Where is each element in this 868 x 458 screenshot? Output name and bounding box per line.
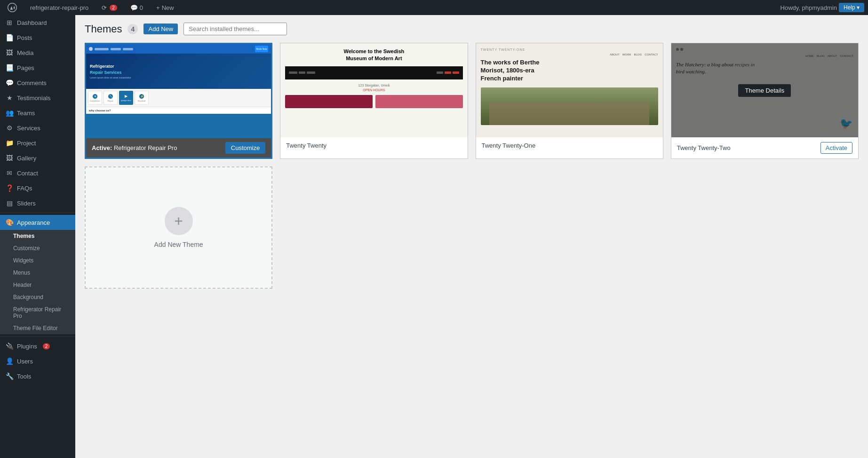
sidebar-item-comments[interactable]: 💬 Comments [0, 75, 75, 90]
tools-icon: 🔧 [6, 372, 13, 380]
sidebar-item-sliders[interactable]: ▤ Sliders [0, 196, 75, 211]
sidebar-item-testimonials[interactable]: ★ Testimonials [0, 90, 75, 105]
theme-card-twenty-twenty-two[interactable]: HOME BLOG ABOUT CONTACT The Hatchery: a … [671, 43, 859, 159]
theme-active-bar-rfp: Active: Refrigerator Repair Pro Customiz… [86, 138, 271, 158]
menu-separator-2 [0, 336, 75, 337]
gallery-icon: 🖼 [6, 154, 13, 162]
sidebar-item-media[interactable]: 🖼 Media [0, 45, 75, 60]
adminbar-wp-logo[interactable] [4, 0, 21, 15]
comments-icon: 💬 [6, 79, 13, 87]
adminbar-updates[interactable]: ⟳2 [98, 0, 121, 15]
sidebar-item-faqs[interactable]: ❓ FAQs [0, 181, 75, 196]
add-theme-icon: + [165, 207, 193, 235]
submenu-header[interactable]: Header [0, 279, 75, 291]
page-header: Themes 4 Add New [85, 23, 859, 35]
theme-card-twenty-twenty-one[interactable]: TWENTY TWENTY-ONE ABOUT WORK BLOG CONTAC… [476, 43, 663, 159]
theme-screenshot-rfp: Book Now RefrigeratorRepair Services Lor… [86, 44, 271, 138]
theme-hover-overlay: Theme Details [671, 43, 858, 137]
sidebar-item-appearance[interactable]: 🎨 Appearance [0, 215, 75, 230]
sidebar-item-pages[interactable]: 📃 Pages [0, 60, 75, 75]
themes-grid: Book Now RefrigeratorRepair Services Lor… [85, 43, 859, 289]
activate-button-twenty-twenty-two[interactable]: Activate [820, 142, 852, 154]
services-icon: ⚙ [6, 124, 13, 132]
sliders-icon: ▤ [6, 199, 13, 207]
sidebar-item-contact[interactable]: ✉ Contact [0, 166, 75, 181]
theme-info-twenty-twenty-one: Twenty Twenty-One [476, 137, 663, 154]
submenu-background[interactable]: Background [0, 291, 75, 303]
sidebar-item-tools[interactable]: 🔧 Tools [0, 369, 75, 384]
theme-info-twenty-twenty: Twenty Twenty [280, 137, 467, 154]
adminbar-howdy: Howdy, phpmyadmin [780, 4, 837, 11]
theme-name-twenty-twenty-two: Twenty Twenty-Two [677, 144, 731, 151]
themes-count-badge: 4 [127, 24, 138, 34]
main-content: Themes 4 Add New Book Now [75, 15, 868, 458]
sidebar-item-teams[interactable]: 👥 Teams [0, 105, 75, 120]
project-icon: 📁 [6, 139, 13, 147]
add-new-theme-card[interactable]: + Add New Theme [85, 166, 272, 289]
theme-screenshot-twenty-twenty-one: TWENTY TWENTY-ONE ABOUT WORK BLOG CONTAC… [476, 43, 663, 137]
submenu-rfp[interactable]: Refrigerator Repair Pro [0, 303, 75, 322]
customize-button[interactable]: Customize [225, 142, 265, 154]
adminbar-new[interactable]: + New [152, 0, 178, 15]
pages-icon: 📃 [6, 64, 13, 71]
theme-name-twenty-twenty-one: Twenty Twenty-One [482, 142, 536, 149]
sidebar-item-dashboard[interactable]: ⊞ Dashboard [0, 15, 75, 30]
submenu-widgets[interactable]: Widgets [0, 254, 75, 267]
contact-icon: ✉ [6, 169, 13, 177]
theme-card-rfp[interactable]: Book Now RefrigeratorRepair Services Lor… [85, 43, 272, 159]
teams-icon: 👥 [6, 109, 13, 117]
sidebar-item-project[interactable]: 📁 Project [0, 135, 75, 150]
submenu-menus[interactable]: Menus [0, 267, 75, 279]
page-title: Themes [85, 23, 122, 35]
add-new-button[interactable]: Add New [143, 24, 178, 34]
dashboard-icon: ⊞ [6, 19, 13, 26]
adminbar-comments[interactable]: 💬0 [127, 0, 147, 15]
appearance-icon: 🎨 [6, 219, 13, 226]
sidebar-item-gallery[interactable]: 🖼 Gallery [0, 150, 75, 166]
testimonials-icon: ★ [6, 94, 13, 102]
search-themes-input[interactable] [183, 23, 287, 35]
theme-screenshot-twenty-twenty: Welcome to the SwedishMuseum of Modern A… [280, 43, 467, 137]
theme-info-twenty-twenty-two: Twenty Twenty-Two Activate [671, 137, 858, 158]
theme-screenshot-twenty-twenty-two: HOME BLOG ABOUT CONTACT The Hatchery: a … [671, 43, 858, 137]
submenu-customize[interactable]: Customize [0, 242, 75, 254]
sidebar-item-posts[interactable]: 📄 Posts [0, 30, 75, 45]
users-icon: 👤 [6, 357, 13, 365]
menu-separator [0, 213, 75, 213]
media-icon: 🖼 [6, 49, 13, 56]
theme-active-label: Active: Refrigerator Repair Pro [92, 144, 177, 151]
sidebar-item-users[interactable]: 👤 Users [0, 354, 75, 369]
add-new-theme-label: Add New Theme [154, 241, 203, 248]
submenu-themes[interactable]: Themes [0, 230, 75, 242]
sidebar-item-plugins[interactable]: 🔌 Plugins 2 [0, 339, 75, 354]
sidebar-item-services[interactable]: ⚙ Services [0, 120, 75, 135]
plugins-badge: 2 [43, 343, 50, 349]
faqs-icon: ❓ [6, 184, 13, 192]
help-button[interactable]: Help ▾ [839, 3, 864, 12]
adminbar-site-name[interactable]: refrigerator-repair-pro [26, 0, 92, 15]
theme-name-twenty-twenty: Twenty Twenty [286, 142, 326, 149]
theme-details-tooltip: Theme Details [738, 84, 791, 97]
plugins-icon: 🔌 [6, 342, 13, 350]
admin-bar: refrigerator-repair-pro ⟳2 💬0 + New Howd… [0, 0, 868, 15]
submenu-theme-file-editor[interactable]: Theme File Editor [0, 322, 75, 334]
theme-card-twenty-twenty[interactable]: Welcome to the SwedishMuseum of Modern A… [280, 43, 468, 159]
appearance-submenu: Themes Customize Widgets Menus Header Ba… [0, 230, 75, 334]
admin-sidebar: ⊞ Dashboard 📄 Posts 🖼 Media 📃 Pages 💬 Co… [0, 15, 75, 458]
posts-icon: 📄 [6, 34, 13, 41]
